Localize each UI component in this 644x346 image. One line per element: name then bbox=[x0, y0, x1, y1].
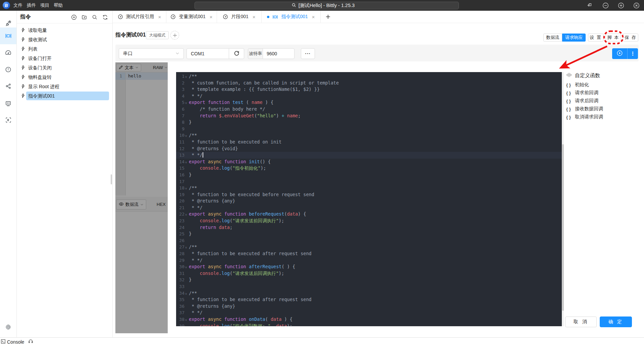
menu-file[interactable]: 文件 bbox=[13, 0, 22, 11]
module-environment[interactable] bbox=[0, 78, 16, 95]
directive-item[interactable]: 设备门打开 bbox=[17, 54, 112, 63]
function-item[interactable]: { }接收数据回调 bbox=[566, 105, 643, 113]
code-line: 35 * function to be executed after reque… bbox=[176, 296, 562, 303]
tab-4[interactable]: 指令测试001× bbox=[262, 11, 321, 23]
pin-icon[interactable] bbox=[587, 2, 593, 8]
line-number: 21 bbox=[176, 205, 184, 211]
function-item[interactable]: { }初始化 bbox=[566, 81, 643, 89]
line-number: 33 bbox=[176, 283, 184, 290]
send-request-button[interactable] bbox=[612, 48, 627, 59]
search-directive-icon[interactable] bbox=[92, 14, 98, 21]
editor-scrollbar-thumb[interactable] bbox=[562, 144, 564, 311]
code-text: } bbox=[189, 277, 192, 283]
menu-project[interactable]: 项目 bbox=[40, 0, 49, 11]
line-number: 35 bbox=[176, 296, 184, 303]
gauge-icon bbox=[170, 14, 176, 19]
close-tab-icon[interactable]: × bbox=[253, 14, 256, 20]
menu-plugins[interactable]: 插件 bbox=[27, 0, 36, 11]
module-panel[interactable] bbox=[0, 44, 16, 61]
directive-item-label: 设备门关闭 bbox=[28, 63, 109, 72]
code-text: export function test ( name ) { bbox=[189, 99, 273, 106]
code-line: 36 * @returns {any} bbox=[176, 303, 562, 310]
close-icon[interactable] bbox=[633, 2, 640, 9]
line-number: 36 bbox=[176, 303, 184, 310]
tab-1[interactable]: 测试片段引用× bbox=[113, 11, 166, 23]
menu-help[interactable]: 帮助 bbox=[54, 0, 63, 11]
console-toggle[interactable]: Console bbox=[7, 339, 24, 345]
script-code-editor[interactable]: 1v/**2 * custom function, can be called … bbox=[176, 72, 562, 326]
page-title: 指令测试001 bbox=[115, 32, 146, 39]
close-tab-icon[interactable]: × bbox=[158, 14, 161, 20]
save-button[interactable]: 保 存 bbox=[623, 34, 638, 42]
refresh-ports-button[interactable] bbox=[229, 48, 244, 59]
confirm-button[interactable]: 确 定 bbox=[600, 316, 632, 327]
thunderbolt-icon bbox=[21, 84, 26, 89]
code-line: 2 * custom function, can be called in sc… bbox=[176, 80, 562, 86]
settings-button[interactable]: 设 置 bbox=[588, 34, 603, 42]
code-line: 27v/** bbox=[176, 244, 562, 250]
view-request-response-button[interactable]: 请求响应 bbox=[562, 34, 586, 42]
refresh-icon[interactable] bbox=[102, 14, 108, 21]
braces-icon: { } bbox=[566, 99, 572, 104]
global-search[interactable]: [测试Hello] - Bittly - 1.25.3 bbox=[195, 2, 459, 9]
code-line: 15 console.log("指令初始化"); bbox=[176, 165, 562, 172]
directive-item-label: 指令测试001 bbox=[26, 92, 109, 100]
code-line: 18v/** bbox=[176, 185, 562, 191]
thunderbolt-icon bbox=[21, 37, 26, 42]
braces-icon: { } bbox=[566, 82, 572, 88]
module-directive[interactable] bbox=[0, 27, 16, 44]
script-button[interactable]: 脚 本 bbox=[606, 34, 621, 42]
code-text: export async function afterRequest( ) { bbox=[189, 264, 295, 270]
directive-item[interactable]: 显示 Root 进程 bbox=[17, 82, 112, 91]
line-number: 18 bbox=[176, 185, 184, 191]
send-button-group: ⋮ bbox=[612, 48, 638, 59]
chevron-down-icon bbox=[175, 51, 179, 56]
line-number: 24 bbox=[176, 224, 184, 231]
tab-2[interactable]: 变量测试001× bbox=[166, 11, 217, 23]
function-item[interactable]: { }请求后回调 bbox=[566, 97, 643, 105]
function-item-label: 请求前回调 bbox=[575, 90, 598, 96]
module-timer[interactable] bbox=[0, 61, 16, 78]
line-number: 6 bbox=[176, 106, 184, 113]
directive-item[interactable]: 读取电量 bbox=[17, 25, 112, 35]
directive-item[interactable]: 接收测试 bbox=[17, 35, 112, 44]
close-tab-icon[interactable]: × bbox=[210, 14, 213, 20]
directive-item[interactable]: 列表 bbox=[17, 44, 112, 54]
code-line: 5vexport function test ( name ) { bbox=[176, 99, 562, 106]
code-text: * */ bbox=[189, 205, 203, 211]
minimize-icon[interactable] bbox=[602, 2, 609, 9]
menubar: 文件 插件 项目 帮助 bbox=[13, 0, 63, 11]
add-attribute-button[interactable] bbox=[170, 31, 179, 40]
directive-item[interactable]: 物料盘旋转 bbox=[17, 72, 112, 82]
tab-3[interactable]: 片段001× bbox=[217, 11, 262, 23]
maximize-icon[interactable] bbox=[618, 2, 624, 9]
view-dataflow-button[interactable]: 数据流 bbox=[543, 34, 562, 42]
code-line: 25} bbox=[176, 231, 562, 237]
panel-scrollbar[interactable] bbox=[111, 174, 112, 184]
function-item[interactable]: { }请求前回调 bbox=[566, 89, 643, 97]
focus-scan-icon bbox=[5, 117, 11, 123]
cancel-button[interactable]: 取 消 bbox=[565, 316, 597, 327]
baud-rate-input[interactable]: 9600 bbox=[263, 48, 294, 59]
serial-port-input[interactable]: COM1 bbox=[186, 48, 229, 59]
send-more-button[interactable]: ⋮ bbox=[628, 48, 638, 59]
script-functions-panel: 自定义函数 { }初始化{ }请求前回调{ }请求后回调{ }接收数据回调{ }… bbox=[566, 70, 643, 121]
line-number: 31 bbox=[176, 270, 184, 277]
connection-type-select[interactable]: 串口 bbox=[119, 48, 184, 59]
function-item[interactable]: { }取消请求回调 bbox=[566, 113, 643, 121]
reload-icon bbox=[234, 50, 239, 57]
module-scan[interactable] bbox=[0, 112, 16, 128]
line-number: 16 bbox=[176, 172, 184, 178]
settings-gear[interactable] bbox=[0, 319, 16, 335]
code-line: 13 * */ bbox=[176, 152, 562, 159]
add-folder-icon[interactable] bbox=[82, 14, 87, 21]
close-tab-icon[interactable]: × bbox=[312, 14, 315, 20]
more-options-button[interactable]: ··· bbox=[301, 48, 315, 59]
code-line: 31 console.log("请求发送后回调执行"); bbox=[176, 270, 562, 277]
add-directive-icon[interactable] bbox=[71, 14, 77, 21]
module-mock[interactable] bbox=[0, 95, 16, 112]
code-line: 6 /* function body here */ bbox=[176, 106, 562, 113]
directive-item[interactable]: 设备门关闭 bbox=[17, 63, 112, 72]
add-tab-button[interactable] bbox=[323, 11, 333, 23]
directive-item[interactable]: 指令测试001 bbox=[17, 91, 112, 101]
